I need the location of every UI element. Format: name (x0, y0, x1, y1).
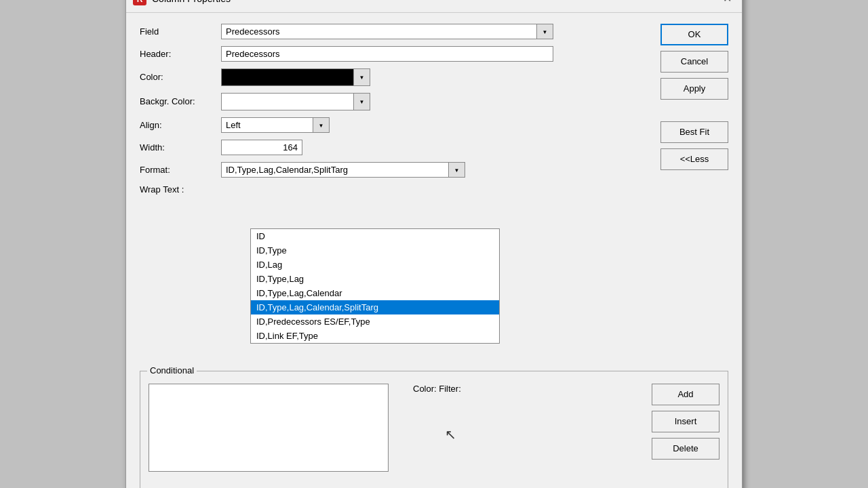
chevron-down-icon (319, 121, 324, 129)
format-dropdown[interactable] (221, 162, 465, 178)
format-option-2[interactable]: ID,Type (251, 243, 499, 258)
format-option-3[interactable]: ID,Lag (251, 258, 499, 272)
buttons-column: OK Cancel Apply Best Fit <<Less (660, 24, 728, 170)
color-swatch (222, 69, 353, 85)
conditional-list[interactable] (149, 384, 389, 472)
dialog-title: Column Properties (152, 0, 231, 4)
header-label: Header: (140, 49, 221, 59)
format-option-7[interactable]: ID,Predecessors ES/EF,Type (251, 314, 499, 329)
bgcolor-dropdown-btn[interactable] (353, 94, 370, 110)
chevron-down-icon (454, 166, 460, 174)
chevron-down-icon (359, 98, 365, 105)
width-row: Width: 164 (140, 140, 728, 155)
conditional-inner: Color: Filter: Add Insert Delete (149, 384, 719, 472)
field-row: Field Predecessors (140, 24, 728, 39)
format-option-4[interactable]: ID,Type,Lag (251, 272, 499, 286)
color-filter-label: Color: Filter: (413, 384, 461, 394)
bgcolor-row: Backgr. Color: (140, 93, 728, 110)
field-dropdown[interactable]: Predecessors (221, 24, 553, 39)
ok-button[interactable]: OK (660, 24, 728, 45)
bgcolor-swatch (222, 94, 353, 110)
add-button[interactable]: Add (652, 384, 719, 405)
align-dropdown[interactable]: Left Center Right (221, 117, 330, 133)
chevron-down-icon (359, 73, 365, 81)
format-input[interactable] (222, 163, 448, 177)
width-input[interactable]: 164 (221, 140, 302, 155)
format-option-8[interactable]: ID,Link EF,Type (251, 329, 499, 343)
align-label: Align: (140, 120, 221, 130)
dialog-content: OK Cancel Apply Best Fit <<Less Field Pr… (126, 13, 742, 489)
format-option-5[interactable]: ID,Type,Lag,Calendar (251, 286, 499, 300)
wrap-text-row: Wrap Text : (140, 184, 728, 195)
field-input[interactable]: Predecessors (222, 24, 536, 39)
less-button[interactable]: <<Less (660, 148, 728, 170)
bgcolor-picker[interactable] (221, 93, 370, 110)
close-button[interactable]: ✕ (719, 0, 735, 7)
format-dropdown-btn[interactable] (448, 163, 465, 177)
align-select[interactable]: Left Center Right (222, 118, 313, 132)
dialog-column-properties: R Column Properties ✕ OK Cancel Apply Be… (125, 0, 743, 488)
format-label: Format: (140, 165, 221, 175)
conditional-group: Conditional Color: Filter: Add Insert De… (140, 371, 728, 489)
app-icon: R (133, 0, 146, 5)
format-dropdown-list: ID ID,Type ID,Lag ID,Type,Lag ID,Type,La… (250, 228, 500, 344)
align-row: Align: Left Center Right (140, 117, 728, 133)
svg-text:R: R (137, 0, 143, 4)
field-dropdown-btn[interactable] (536, 24, 553, 39)
insert-button[interactable]: Insert (652, 411, 719, 432)
title-bar-left: R Column Properties (133, 0, 231, 5)
align-dropdown-btn[interactable] (313, 118, 329, 132)
delete-button[interactable]: Delete (652, 438, 719, 460)
color-dropdown-btn[interactable] (353, 69, 370, 85)
header-input[interactable]: Predecessors (221, 46, 553, 62)
best-fit-button[interactable]: Best Fit (660, 121, 728, 143)
title-bar: R Column Properties ✕ (126, 0, 742, 13)
cancel-button[interactable]: Cancel (660, 51, 728, 73)
conditional-legend: Conditional (147, 365, 197, 375)
chevron-down-icon (542, 28, 548, 35)
field-label: Field (140, 26, 221, 37)
color-label: Color: (140, 72, 221, 82)
width-label: Width: (140, 142, 221, 152)
wrap-text-label: Wrap Text : (140, 184, 221, 195)
bgcolor-label: Backgr. Color: (140, 96, 221, 106)
apply-button[interactable]: Apply (660, 78, 728, 100)
format-row: Format: (140, 162, 728, 178)
conditional-buttons: Add Insert Delete (652, 384, 719, 460)
format-option-1[interactable]: ID (251, 229, 499, 243)
color-picker[interactable] (221, 68, 370, 86)
header-row: Header: Predecessors (140, 46, 728, 62)
format-option-6[interactable]: ID,Type,Lag,Calendar,SplitTarg (251, 300, 499, 314)
color-row: Color: (140, 68, 728, 86)
